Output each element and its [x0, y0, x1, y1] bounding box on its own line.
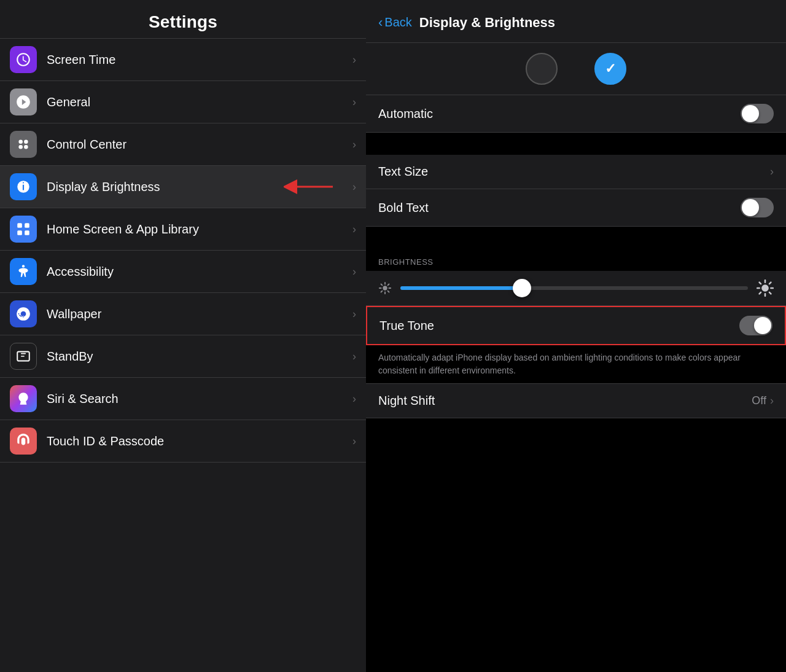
- svg-line-26: [760, 292, 761, 294]
- dark-mode-checkmark: ✓: [605, 61, 616, 77]
- siri-chevron: ›: [352, 393, 356, 405]
- svg-rect-6: [17, 230, 22, 235]
- automatic-toggle-knob: [742, 105, 759, 122]
- svg-point-10: [383, 286, 387, 290]
- accessibility-icon-bg: [10, 258, 37, 285]
- sidebar-item-general[interactable]: General ›: [0, 81, 366, 123]
- bold-text-toggle[interactable]: [741, 198, 774, 217]
- general-icon-bg: [10, 88, 37, 115]
- control-center-icon: [15, 136, 31, 152]
- svg-line-25: [769, 292, 771, 294]
- true-tone-description-text: Automatically adapt iPhone display based…: [378, 353, 741, 375]
- wallpaper-icon: [15, 306, 31, 322]
- screen-time-icon: [15, 52, 31, 68]
- right-panel: ‹ Back Display & Brightness ✓ Automatic: [366, 0, 786, 672]
- svg-point-3: [24, 145, 28, 149]
- svg-point-19: [761, 284, 769, 292]
- standby-icon: [15, 348, 31, 364]
- svg-rect-7: [25, 230, 29, 235]
- right-panel-title: Display & Brightness: [419, 15, 555, 31]
- svg-line-18: [388, 284, 389, 286]
- control-center-icon-bg: [10, 131, 37, 158]
- settings-list: Screen Time › General › Control Center ›: [0, 39, 366, 672]
- true-tone-label: True Tone: [379, 319, 739, 333]
- brightness-label-container: BRIGHTNESS: [366, 249, 786, 271]
- brightness-section-label: BRIGHTNESS: [378, 257, 434, 267]
- bold-text-row: Bold Text: [366, 189, 786, 227]
- brightness-high-icon: [757, 279, 774, 297]
- appearance-section: ✓: [366, 43, 786, 95]
- text-size-row[interactable]: Text Size ›: [366, 155, 786, 189]
- screen-time-icon-bg: [10, 46, 37, 73]
- svg-line-24: [760, 283, 761, 284]
- wallpaper-label: Wallpaper: [47, 307, 348, 321]
- siri-icon-bg: [10, 385, 37, 412]
- back-chevron-icon: ‹: [378, 15, 383, 31]
- accessibility-label: Accessibility: [47, 265, 348, 279]
- text-size-chevron: ›: [770, 165, 774, 178]
- touchid-icon-bg: [10, 428, 37, 455]
- sidebar-item-display[interactable]: Display & Brightness ›: [0, 166, 366, 208]
- homescreen-icon-bg: [10, 216, 37, 243]
- screen-time-chevron: ›: [352, 53, 356, 66]
- accessibility-icon: [15, 264, 31, 279]
- wallpaper-chevron: ›: [352, 308, 356, 321]
- svg-line-16: [388, 291, 389, 292]
- dark-mode-circle: ✓: [594, 53, 626, 85]
- brightness-slider-fill: [400, 286, 522, 290]
- svg-line-27: [769, 283, 771, 284]
- sidebar-item-screen-time[interactable]: Screen Time ›: [0, 39, 366, 81]
- standby-label: StandBy: [47, 350, 348, 364]
- sidebar-item-wallpaper[interactable]: Wallpaper ›: [0, 293, 366, 335]
- control-center-label: Control Center: [47, 138, 348, 152]
- right-header: ‹ Back Display & Brightness: [366, 0, 786, 43]
- display-icon: [15, 179, 31, 195]
- brightness-slider-row: [366, 271, 786, 306]
- appearance-light[interactable]: [526, 53, 558, 85]
- brightness-slider-thumb[interactable]: [513, 279, 531, 297]
- homescreen-label: Home Screen & App Library: [47, 222, 348, 236]
- display-chevron: ›: [352, 181, 356, 193]
- brightness-slider[interactable]: [400, 286, 748, 290]
- left-header: Settings: [0, 0, 366, 39]
- homescreen-chevron: ›: [352, 223, 356, 236]
- standby-chevron: ›: [352, 350, 356, 363]
- general-label: General: [47, 95, 348, 109]
- bold-text-toggle-knob: [742, 199, 759, 216]
- true-tone-toggle-knob: [754, 317, 771, 334]
- true-tone-toggle[interactable]: [739, 316, 772, 335]
- svg-line-15: [381, 284, 383, 286]
- display-icon-bg: [10, 173, 37, 200]
- standby-icon-bg: [10, 343, 37, 370]
- settings-title: Settings: [149, 12, 217, 31]
- svg-rect-4: [17, 223, 22, 228]
- sidebar-item-homescreen[interactable]: Home Screen & App Library ›: [0, 208, 366, 251]
- text-size-label: Text Size: [378, 165, 770, 179]
- night-shift-row[interactable]: Night Shift Off ›: [366, 384, 786, 418]
- touchid-label: Touch ID & Passcode: [47, 434, 348, 448]
- left-panel: Settings Screen Time › General ›: [0, 0, 366, 672]
- night-shift-chevron: ›: [770, 394, 774, 407]
- appearance-dark[interactable]: ✓: [594, 53, 626, 85]
- section-gap-1: [366, 133, 786, 155]
- brightness-low-icon: [378, 281, 392, 295]
- sidebar-item-standby[interactable]: StandBy ›: [0, 335, 366, 378]
- wallpaper-icon-bg: [10, 300, 37, 327]
- automatic-toggle[interactable]: [741, 104, 774, 123]
- back-label: Back: [384, 15, 411, 29]
- svg-line-17: [381, 291, 383, 292]
- sidebar-item-accessibility[interactable]: Accessibility ›: [0, 251, 366, 293]
- true-tone-description: Automatically adapt iPhone display based…: [366, 345, 786, 384]
- sidebar-item-touchid[interactable]: Touch ID & Passcode ›: [0, 420, 366, 463]
- sidebar-item-control-center[interactable]: Control Center ›: [0, 123, 366, 166]
- annotation-arrow: [284, 176, 339, 198]
- svg-point-2: [18, 145, 23, 149]
- true-tone-row: True Tone: [366, 306, 786, 345]
- general-chevron: ›: [352, 96, 356, 109]
- sidebar-item-siri[interactable]: Siri & Search ›: [0, 378, 366, 420]
- right-content: ✓ Automatic Text Size › Bold Text: [366, 43, 786, 672]
- svg-point-1: [24, 139, 28, 144]
- back-button[interactable]: ‹ Back: [378, 15, 412, 31]
- general-icon: [15, 94, 31, 110]
- homescreen-icon: [15, 221, 31, 237]
